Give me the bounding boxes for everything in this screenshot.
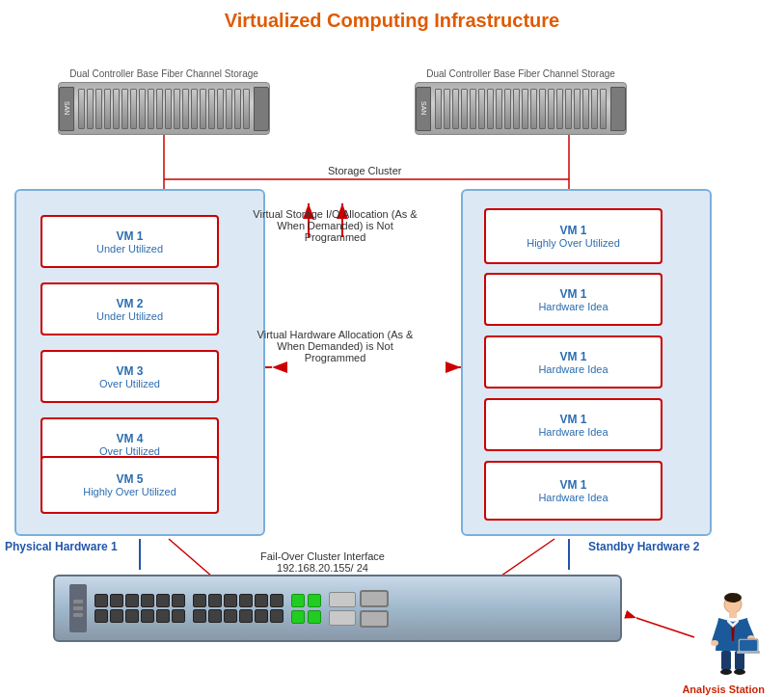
analyst-figure: Analysis Station	[682, 593, 765, 695]
vm-right-4: VM 1 Hardware Idea	[484, 398, 662, 451]
svg-rect-21	[721, 651, 731, 670]
vm-left-1: VM 1 Under Utilized	[41, 215, 219, 268]
vm-right-5: VM 1 Hardware Idea	[484, 461, 662, 521]
page-title: Virtualized Computing Infrastructure	[0, 0, 784, 32]
storage-left: Dual Controller Base Fiber Channel Stora…	[58, 68, 270, 135]
svg-point-24	[734, 669, 745, 675]
storage-right: Dual Controller Base Fiber Channel Stora…	[415, 68, 627, 135]
vm-left-3: VM 3 Over Utilized	[41, 350, 219, 403]
storage-box-left: SAN	[58, 82, 270, 135]
physical-hardware-label: Physical Hardware 1	[5, 540, 118, 553]
vm-right-2: VM 1 Hardware Idea	[484, 273, 662, 326]
storage-annotation: Virtual Storage I/O Allocation (As & Whe…	[246, 208, 424, 243]
vm-right-1: VM 1 Highly Over Utilized	[484, 208, 662, 264]
vm-right-3: VM 1 Hardware Idea	[484, 335, 662, 389]
analyst-svg	[685, 593, 762, 680]
vm-left-5: VM 5 Highly Over Utilized	[41, 456, 219, 514]
standby-hardware-label: Standby Hardware 2	[588, 540, 699, 553]
failover-label: Fail-Over Cluster Interface 192.168.20.1…	[260, 550, 385, 574]
svg-rect-18	[729, 612, 737, 618]
network-switch	[53, 575, 622, 642]
sfp-ports	[329, 590, 389, 628]
svg-point-23	[720, 669, 732, 675]
diagram-area: Dual Controller Base Fiber Channel Stora…	[0, 40, 784, 697]
storage-left-label: Dual Controller Base Fiber Channel Stora…	[69, 68, 258, 79]
storage-right-label: Dual Controller Base Fiber Channel Stora…	[426, 68, 615, 79]
svg-point-17	[724, 593, 742, 603]
switch-container	[53, 575, 622, 642]
hw-annotation: Virtual Hardware Allocation (As & When D…	[246, 329, 424, 363]
svg-rect-26	[740, 640, 757, 651]
ports-group-led	[291, 594, 321, 624]
svg-rect-27	[737, 651, 760, 654]
analyst-label: Analysis Station	[682, 684, 765, 695]
storage-cluster-label: Storage Cluster	[328, 165, 401, 176]
ports-group-2	[193, 594, 284, 623]
hw-box-right: VM 1 Highly Over Utilized VM 1 Hardware …	[461, 189, 712, 536]
storage-box-right: SAN	[415, 82, 627, 135]
hw-box-left: VM 1 Under Utilized VM 2 Under Utilized …	[14, 189, 265, 536]
vm-left-2: VM 2 Under Utilized	[41, 282, 219, 335]
svg-point-19	[711, 640, 718, 646]
ports-group-1	[95, 594, 185, 623]
